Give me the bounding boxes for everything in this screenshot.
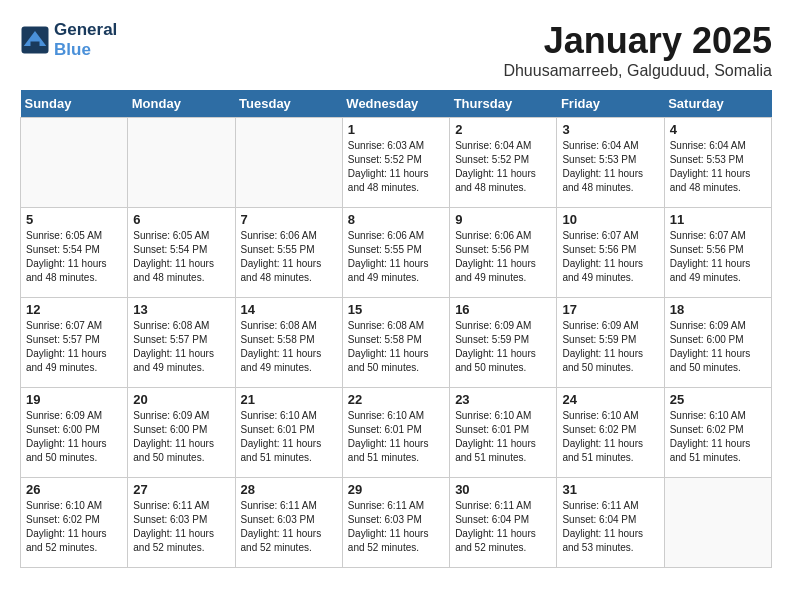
day-number: 14 bbox=[241, 302, 337, 317]
day-number: 11 bbox=[670, 212, 766, 227]
day-info: Sunrise: 6:07 AM Sunset: 5:56 PM Dayligh… bbox=[670, 229, 766, 285]
calendar-header-row: SundayMondayTuesdayWednesdayThursdayFrid… bbox=[21, 90, 772, 118]
day-number: 31 bbox=[562, 482, 658, 497]
day-number: 26 bbox=[26, 482, 122, 497]
svg-rect-2 bbox=[31, 41, 40, 49]
day-number: 25 bbox=[670, 392, 766, 407]
location-title: Dhuusamarreeb, Galguduud, Somalia bbox=[503, 62, 772, 80]
weekday-header-thursday: Thursday bbox=[450, 90, 557, 118]
day-info: Sunrise: 6:09 AM Sunset: 6:00 PM Dayligh… bbox=[26, 409, 122, 465]
calendar-cell: 25Sunrise: 6:10 AM Sunset: 6:02 PM Dayli… bbox=[664, 388, 771, 478]
calendar-cell: 27Sunrise: 6:11 AM Sunset: 6:03 PM Dayli… bbox=[128, 478, 235, 568]
day-info: Sunrise: 6:07 AM Sunset: 5:57 PM Dayligh… bbox=[26, 319, 122, 375]
weekday-header-sunday: Sunday bbox=[21, 90, 128, 118]
calendar-cell: 31Sunrise: 6:11 AM Sunset: 6:04 PM Dayli… bbox=[557, 478, 664, 568]
calendar-cell: 15Sunrise: 6:08 AM Sunset: 5:58 PM Dayli… bbox=[342, 298, 449, 388]
calendar-cell: 9Sunrise: 6:06 AM Sunset: 5:56 PM Daylig… bbox=[450, 208, 557, 298]
calendar-cell: 4Sunrise: 6:04 AM Sunset: 5:53 PM Daylig… bbox=[664, 118, 771, 208]
day-info: Sunrise: 6:11 AM Sunset: 6:03 PM Dayligh… bbox=[133, 499, 229, 555]
calendar-cell: 16Sunrise: 6:09 AM Sunset: 5:59 PM Dayli… bbox=[450, 298, 557, 388]
calendar-cell: 3Sunrise: 6:04 AM Sunset: 5:53 PM Daylig… bbox=[557, 118, 664, 208]
day-info: Sunrise: 6:08 AM Sunset: 5:57 PM Dayligh… bbox=[133, 319, 229, 375]
calendar-cell bbox=[21, 118, 128, 208]
day-info: Sunrise: 6:05 AM Sunset: 5:54 PM Dayligh… bbox=[26, 229, 122, 285]
weekday-header-monday: Monday bbox=[128, 90, 235, 118]
day-number: 21 bbox=[241, 392, 337, 407]
calendar-cell: 10Sunrise: 6:07 AM Sunset: 5:56 PM Dayli… bbox=[557, 208, 664, 298]
logo: General Blue bbox=[20, 20, 117, 59]
day-info: Sunrise: 6:10 AM Sunset: 6:01 PM Dayligh… bbox=[348, 409, 444, 465]
weekday-header-friday: Friday bbox=[557, 90, 664, 118]
day-info: Sunrise: 6:07 AM Sunset: 5:56 PM Dayligh… bbox=[562, 229, 658, 285]
day-info: Sunrise: 6:06 AM Sunset: 5:55 PM Dayligh… bbox=[348, 229, 444, 285]
calendar-cell: 24Sunrise: 6:10 AM Sunset: 6:02 PM Dayli… bbox=[557, 388, 664, 478]
day-info: Sunrise: 6:06 AM Sunset: 5:56 PM Dayligh… bbox=[455, 229, 551, 285]
day-info: Sunrise: 6:06 AM Sunset: 5:55 PM Dayligh… bbox=[241, 229, 337, 285]
day-info: Sunrise: 6:10 AM Sunset: 6:01 PM Dayligh… bbox=[455, 409, 551, 465]
calendar-cell: 14Sunrise: 6:08 AM Sunset: 5:58 PM Dayli… bbox=[235, 298, 342, 388]
day-number: 23 bbox=[455, 392, 551, 407]
day-number: 6 bbox=[133, 212, 229, 227]
day-number: 13 bbox=[133, 302, 229, 317]
calendar-cell: 7Sunrise: 6:06 AM Sunset: 5:55 PM Daylig… bbox=[235, 208, 342, 298]
calendar-cell: 26Sunrise: 6:10 AM Sunset: 6:02 PM Dayli… bbox=[21, 478, 128, 568]
calendar-cell: 22Sunrise: 6:10 AM Sunset: 6:01 PM Dayli… bbox=[342, 388, 449, 478]
title-section: January 2025 Dhuusamarreeb, Galguduud, S… bbox=[503, 20, 772, 80]
day-info: Sunrise: 6:08 AM Sunset: 5:58 PM Dayligh… bbox=[241, 319, 337, 375]
calendar-cell: 29Sunrise: 6:11 AM Sunset: 6:03 PM Dayli… bbox=[342, 478, 449, 568]
day-number: 4 bbox=[670, 122, 766, 137]
logo-icon bbox=[20, 25, 50, 55]
day-number: 29 bbox=[348, 482, 444, 497]
day-info: Sunrise: 6:11 AM Sunset: 6:03 PM Dayligh… bbox=[348, 499, 444, 555]
day-number: 3 bbox=[562, 122, 658, 137]
calendar-cell: 19Sunrise: 6:09 AM Sunset: 6:00 PM Dayli… bbox=[21, 388, 128, 478]
day-info: Sunrise: 6:11 AM Sunset: 6:04 PM Dayligh… bbox=[455, 499, 551, 555]
calendar-cell: 20Sunrise: 6:09 AM Sunset: 6:00 PM Dayli… bbox=[128, 388, 235, 478]
day-info: Sunrise: 6:11 AM Sunset: 6:03 PM Dayligh… bbox=[241, 499, 337, 555]
weekday-header-wednesday: Wednesday bbox=[342, 90, 449, 118]
calendar-cell: 5Sunrise: 6:05 AM Sunset: 5:54 PM Daylig… bbox=[21, 208, 128, 298]
day-info: Sunrise: 6:10 AM Sunset: 6:01 PM Dayligh… bbox=[241, 409, 337, 465]
day-info: Sunrise: 6:11 AM Sunset: 6:04 PM Dayligh… bbox=[562, 499, 658, 555]
calendar-cell: 6Sunrise: 6:05 AM Sunset: 5:54 PM Daylig… bbox=[128, 208, 235, 298]
calendar-cell: 18Sunrise: 6:09 AM Sunset: 6:00 PM Dayli… bbox=[664, 298, 771, 388]
day-number: 5 bbox=[26, 212, 122, 227]
day-number: 1 bbox=[348, 122, 444, 137]
day-number: 12 bbox=[26, 302, 122, 317]
calendar-cell: 12Sunrise: 6:07 AM Sunset: 5:57 PM Dayli… bbox=[21, 298, 128, 388]
logo-line2: Blue bbox=[54, 40, 117, 60]
calendar-cell: 28Sunrise: 6:11 AM Sunset: 6:03 PM Dayli… bbox=[235, 478, 342, 568]
weekday-header-saturday: Saturday bbox=[664, 90, 771, 118]
day-number: 19 bbox=[26, 392, 122, 407]
calendar-cell: 13Sunrise: 6:08 AM Sunset: 5:57 PM Dayli… bbox=[128, 298, 235, 388]
day-number: 30 bbox=[455, 482, 551, 497]
day-number: 27 bbox=[133, 482, 229, 497]
calendar-cell: 17Sunrise: 6:09 AM Sunset: 5:59 PM Dayli… bbox=[557, 298, 664, 388]
day-info: Sunrise: 6:05 AM Sunset: 5:54 PM Dayligh… bbox=[133, 229, 229, 285]
calendar-cell: 2Sunrise: 6:04 AM Sunset: 5:52 PM Daylig… bbox=[450, 118, 557, 208]
calendar-cell: 30Sunrise: 6:11 AM Sunset: 6:04 PM Dayli… bbox=[450, 478, 557, 568]
day-number: 28 bbox=[241, 482, 337, 497]
day-number: 24 bbox=[562, 392, 658, 407]
day-info: Sunrise: 6:03 AM Sunset: 5:52 PM Dayligh… bbox=[348, 139, 444, 195]
calendar-cell: 1Sunrise: 6:03 AM Sunset: 5:52 PM Daylig… bbox=[342, 118, 449, 208]
day-number: 8 bbox=[348, 212, 444, 227]
day-info: Sunrise: 6:10 AM Sunset: 6:02 PM Dayligh… bbox=[26, 499, 122, 555]
day-number: 15 bbox=[348, 302, 444, 317]
weekday-header-tuesday: Tuesday bbox=[235, 90, 342, 118]
day-number: 9 bbox=[455, 212, 551, 227]
day-number: 2 bbox=[455, 122, 551, 137]
day-number: 22 bbox=[348, 392, 444, 407]
page-header: General Blue January 2025 Dhuusamarreeb,… bbox=[20, 20, 772, 80]
day-number: 18 bbox=[670, 302, 766, 317]
day-number: 17 bbox=[562, 302, 658, 317]
calendar-body: 1Sunrise: 6:03 AM Sunset: 5:52 PM Daylig… bbox=[21, 118, 772, 568]
day-info: Sunrise: 6:09 AM Sunset: 6:00 PM Dayligh… bbox=[670, 319, 766, 375]
calendar-cell bbox=[664, 478, 771, 568]
day-info: Sunrise: 6:09 AM Sunset: 5:59 PM Dayligh… bbox=[562, 319, 658, 375]
calendar-cell: 8Sunrise: 6:06 AM Sunset: 5:55 PM Daylig… bbox=[342, 208, 449, 298]
calendar-cell bbox=[128, 118, 235, 208]
calendar-cell: 21Sunrise: 6:10 AM Sunset: 6:01 PM Dayli… bbox=[235, 388, 342, 478]
day-info: Sunrise: 6:04 AM Sunset: 5:52 PM Dayligh… bbox=[455, 139, 551, 195]
day-number: 10 bbox=[562, 212, 658, 227]
